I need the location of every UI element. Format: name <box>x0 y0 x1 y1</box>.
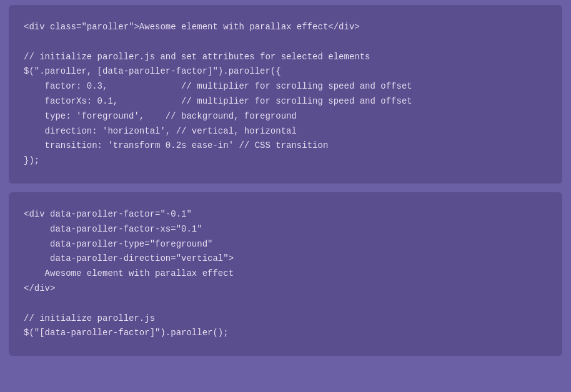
page-container: <div class="paroller">Awesome element wi… <box>0 5 571 356</box>
code-block-2: <div data-paroller-factor="-0.1" data-pa… <box>9 192 562 356</box>
code-block-1: <div class="paroller">Awesome element wi… <box>9 5 562 184</box>
code-content-2: <div data-paroller-factor="-0.1" data-pa… <box>9 207 562 341</box>
code-content-1: <div class="paroller">Awesome element wi… <box>9 20 562 169</box>
